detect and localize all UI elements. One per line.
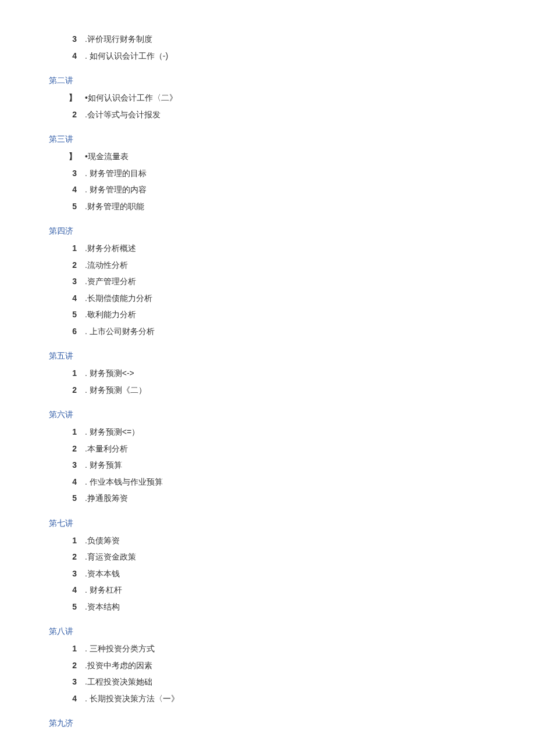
list-item: 5 .挣通股筹资: [49, 491, 535, 506]
list-item: 5 .财务管理的职能: [49, 199, 535, 214]
item-number: 4: [49, 182, 85, 197]
list-item: 4 . 财务管理的内容: [49, 182, 535, 197]
item-text: . 财务管理的目标: [85, 166, 147, 181]
list-item: 4 . 如何认识会计工作（-): [49, 49, 535, 63]
item-text: .育运资金政策: [85, 550, 136, 564]
item-number: 5: [49, 307, 85, 322]
list-item: 2 .投资中考虑的因素: [49, 658, 535, 673]
item-text: . 作业本钱与作业预算: [85, 475, 163, 489]
item-text: . 财务预算: [85, 458, 122, 472]
list-item: 3 .评价现行财务制度: [49, 32, 535, 46]
item-text: .投资中考虑的因素: [85, 658, 152, 673]
list-item: 】 •现金流量表: [49, 149, 535, 164]
item-number: 】: [49, 149, 85, 164]
item-text: .财务分析概述: [85, 241, 136, 256]
list-item: 4 . 财务杠杆: [49, 583, 535, 597]
list-item: 3 .资本本钱: [49, 567, 535, 581]
list-item: 1 . 财务预测<=）: [49, 425, 535, 439]
item-text: .财务管理的职能: [85, 199, 144, 214]
item-number: 1: [49, 366, 85, 381]
section-heading: 第六讲: [49, 410, 535, 420]
list-item: 1 .财务分析概述: [49, 241, 535, 256]
item-text: •现金流量表: [85, 149, 129, 164]
item-number: 3: [49, 274, 85, 289]
item-number: 6: [49, 324, 85, 339]
list-item: 4 . 作业本钱与作业预算: [49, 475, 535, 489]
document-page: 3 .评价现行财务制度 4 . 如何认识会计工作（-) 第二讲 】 •如何认识会…: [0, 0, 535, 756]
list-item: 3 . 财务管理的目标: [49, 166, 535, 181]
item-text: .评价现行财务制度: [85, 32, 152, 46]
item-number: 1: [49, 241, 85, 256]
item-text: .长期偿债能力分析: [85, 291, 152, 306]
item-text: . 上市公司财务分析: [85, 324, 155, 339]
item-number: 2: [49, 108, 85, 122]
item-number: 2: [49, 658, 85, 673]
list-item: 2 .流动性分析: [49, 258, 535, 273]
item-number: 5: [49, 199, 85, 214]
item-number: 3: [49, 458, 85, 472]
list-item: 5 .资本结构: [49, 600, 535, 614]
section-heading: 第二讲: [49, 76, 535, 86]
section-heading: 第九济: [49, 718, 535, 729]
item-text: .会计等式与会计报发: [85, 108, 160, 122]
item-text: . 如何认识会计工作（-): [85, 49, 168, 63]
item-number: 3: [49, 567, 85, 581]
section-heading: 第三讲: [49, 134, 535, 145]
list-item: 5 .敬利能力分析: [49, 307, 535, 322]
section-heading: 第八讲: [49, 626, 535, 637]
item-text: .资本结构: [85, 600, 120, 614]
item-number: 2: [49, 258, 85, 273]
list-item: 1 . 三种投资分类方式: [49, 642, 535, 656]
section-heading: 第七讲: [49, 518, 535, 529]
item-text: .挣通股筹资: [85, 491, 128, 506]
item-text: .负债筹资: [85, 533, 120, 548]
item-text: .资产管理分析: [85, 274, 136, 289]
item-number: 1: [49, 533, 85, 548]
item-number: 4: [49, 49, 85, 63]
item-number: 4: [49, 583, 85, 597]
list-item: 2 .本量利分析: [49, 442, 535, 456]
item-text: .本量利分析: [85, 442, 128, 456]
item-number: 4: [49, 691, 85, 706]
list-item: 6 . 上市公司财务分析: [49, 324, 535, 339]
item-text: .敬利能力分析: [85, 307, 136, 322]
item-number: 2: [49, 442, 85, 456]
list-item: 3 . 财务预算: [49, 458, 535, 472]
list-item: 4 .长期偿债能力分析: [49, 291, 535, 306]
item-number: 2: [49, 383, 85, 397]
list-item: 2 .育运资金政策: [49, 550, 535, 564]
list-item: 2 . 财务预测《二）: [49, 383, 535, 397]
item-text: .流动性分析: [85, 258, 128, 273]
list-item: 4 . 长期投资决策方法〈一》: [49, 691, 535, 706]
item-number: 4: [49, 291, 85, 306]
list-item: 3 .资产管理分析: [49, 274, 535, 289]
item-number: 5: [49, 600, 85, 614]
item-text: .工程投资决策她础: [85, 675, 152, 689]
section-heading: 第四济: [49, 226, 535, 237]
list-item: 1 .负债筹资: [49, 533, 535, 548]
item-number: 2: [49, 550, 85, 564]
section-heading: 第五讲: [49, 351, 535, 361]
item-text: .资本本钱: [85, 567, 120, 581]
list-item: 1 . 财务预测<->: [49, 366, 535, 381]
item-text: . 财务杠杆: [85, 583, 122, 597]
item-text: . 财务管理的内容: [85, 182, 147, 197]
list-item: 2 .会计等式与会计报发: [49, 108, 535, 122]
item-text: . 三种投资分类方式: [85, 642, 155, 656]
item-text: . 财务预测<->: [85, 366, 134, 381]
item-number: 】: [49, 91, 85, 105]
item-number: 3: [49, 32, 85, 46]
item-text: . 财务预测《二）: [85, 383, 147, 397]
item-text: . 财务预测<=）: [85, 425, 140, 439]
list-item: 】 •如何认识会计工作〈二》: [49, 91, 535, 105]
item-text: . 长期投资决策方法〈一》: [85, 691, 179, 706]
item-number: 5: [49, 491, 85, 506]
item-text: •如何认识会计工作〈二》: [85, 91, 177, 105]
item-number: 1: [49, 425, 85, 439]
item-number: 1: [49, 642, 85, 656]
item-number: 3: [49, 166, 85, 181]
item-number: 4: [49, 475, 85, 489]
list-item: 3 .工程投资决策她础: [49, 675, 535, 689]
item-number: 3: [49, 675, 85, 689]
